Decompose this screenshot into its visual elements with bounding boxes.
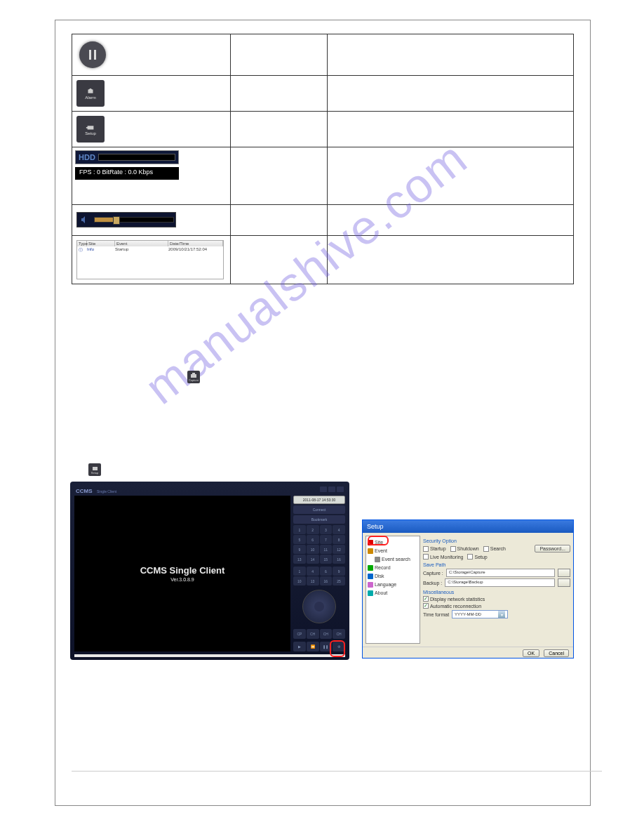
transport-row-1: CP CH CH CH [293, 629, 345, 639]
channel-btn[interactable]: 3 [320, 525, 333, 534]
disk-icon [368, 574, 373, 579]
tree-language[interactable]: Language [368, 581, 418, 589]
event-search-icon [375, 557, 380, 562]
channel-btn[interactable]: 2 [307, 525, 319, 534]
chk-search[interactable]: Search [483, 546, 506, 552]
forward-btn[interactable]: ⏩ [307, 642, 319, 651]
tree-disk[interactable]: Disk [368, 572, 418, 581]
layout-btn[interactable]: 25 [333, 576, 345, 585]
minimize-button[interactable] [320, 486, 327, 492]
tree-event[interactable]: Event [368, 547, 418, 555]
setup-dialog: Setup Site Event Event search Record Dis… [362, 519, 574, 658]
alarm-icon [86, 87, 95, 95]
channel-btn[interactable]: 4 [333, 525, 345, 534]
channel-btn[interactable]: 8 [333, 535, 345, 544]
channel-btn[interactable]: 16 [333, 555, 345, 564]
channel-btn[interactable]: 6 [307, 535, 319, 544]
video-area: CCMS Single Client Ver.3.0.8.9 [74, 496, 290, 651]
chk-shutdown[interactable]: Shutdown [450, 546, 479, 552]
pause-button[interactable] [79, 41, 106, 68]
chk-startup[interactable]: Startup [423, 546, 446, 552]
ptz-jog-wheel[interactable]: PT [302, 590, 336, 623]
channel-btn[interactable]: 11 [320, 545, 333, 554]
ptz-label: PT [317, 605, 321, 609]
setup-button[interactable]: Setup [76, 116, 105, 143]
transport-btn[interactable]: CH [333, 629, 345, 639]
transport-btn[interactable]: CH [320, 629, 333, 639]
channel-btn[interactable]: 10 [307, 545, 319, 554]
footer-separator [72, 771, 602, 772]
volume-thumb[interactable] [113, 216, 120, 225]
play-btn[interactable]: ▶ [293, 642, 306, 651]
capture-path-input[interactable]: C:\Storage\Capture [446, 569, 555, 577]
setup-content: Security Option Startup Shutdown Search … [423, 536, 570, 644]
setup-btn[interactable]: ⚙ [333, 642, 345, 651]
setup-inline-icon [91, 465, 98, 471]
volume-control[interactable] [76, 212, 176, 227]
log-cell-site: Info [87, 247, 115, 253]
time-format-combo[interactable]: YYYY-MM-DD ▾ [452, 610, 508, 618]
channel-btn[interactable]: 13 [293, 555, 306, 564]
log-row[interactable]: ⓘ Info Startup 2009/10/21/17:52:04 [77, 246, 223, 254]
ccms-logo-sub: Single Client [97, 489, 116, 494]
tree-site[interactable]: Site [368, 538, 418, 547]
chk-live[interactable]: Live Monitoring [423, 554, 463, 560]
tree-event-search[interactable]: Event search [368, 555, 418, 564]
channel-btn[interactable]: 7 [320, 535, 333, 544]
capture-button-inline[interactable]: Capture [187, 371, 200, 383]
setup-button-inline[interactable]: Setup [88, 463, 101, 476]
layout-btn[interactable]: 6 [320, 567, 333, 576]
feature-table: Alarm Setup HDD FPS : 0 BitRate : 0.0 Kb… [72, 34, 574, 284]
transport-btn[interactable]: CP [293, 629, 306, 639]
ccms-logo: CCMS [76, 488, 93, 494]
chk-auto-reconnect[interactable]: Automatic reconnection [423, 603, 570, 609]
cancel-button[interactable]: Cancel [544, 649, 569, 657]
maximize-button[interactable] [328, 486, 335, 492]
record-icon [368, 565, 373, 571]
chk-setup[interactable]: Setup [467, 554, 487, 560]
site-icon [368, 540, 373, 545]
channel-btn[interactable]: 12 [333, 545, 345, 554]
layout-btn[interactable]: 16 [320, 576, 333, 585]
ok-button[interactable]: OK [523, 649, 539, 657]
channel-btn[interactable]: 15 [320, 555, 333, 564]
channel-btn[interactable]: 1 [293, 525, 306, 534]
security-heading: Security Option [423, 538, 570, 543]
svg-rect-3 [192, 373, 195, 374]
connect-tab[interactable]: Connect [293, 505, 345, 514]
channel-btn[interactable]: 9 [293, 545, 306, 554]
chk-net-stats[interactable]: Display network statistics [423, 596, 570, 602]
hdd-indicator: HDD [75, 150, 179, 164]
layout-btn[interactable]: 1 [293, 567, 306, 576]
pause-icon [89, 50, 96, 60]
tree-record[interactable]: Record [368, 564, 418, 572]
ccms-titlebar: CCMS Single Client [73, 484, 347, 494]
layout-btn[interactable]: 13 [307, 576, 319, 585]
browse-capture[interactable] [558, 569, 570, 577]
transport-btn[interactable]: CH [307, 629, 319, 639]
password-button[interactable]: Password... [535, 545, 570, 552]
channel-btn[interactable]: 5 [293, 535, 306, 544]
layout-btn[interactable]: 4 [307, 567, 319, 576]
browse-backup[interactable] [558, 578, 570, 587]
hdd-label: HDD [79, 153, 95, 161]
pause-btn[interactable]: ❚❚ [320, 642, 333, 651]
speaker-icon[interactable] [79, 214, 91, 225]
backup-path-input[interactable]: C:\Storage\Backup [445, 578, 555, 587]
layout-btn[interactable]: 10 [293, 576, 306, 585]
setup-titlebar: Setup [363, 520, 573, 533]
volume-slider[interactable] [94, 217, 174, 223]
alarm-button[interactable]: Alarm [76, 80, 105, 107]
close-button[interactable] [337, 486, 344, 492]
layout-btn[interactable]: 9 [333, 567, 345, 576]
time-format-value: YYYY-MM-DD [455, 612, 481, 616]
tree-about[interactable]: About [368, 589, 418, 597]
svg-rect-4 [93, 467, 98, 470]
channel-btn[interactable]: 14 [307, 555, 319, 564]
hdd-capacity-bar [98, 154, 175, 161]
log-cell-event: Startup [115, 247, 168, 253]
savepath-heading: Save Path [423, 562, 570, 567]
backup-label: Backup : [423, 581, 442, 585]
time-format-label: Time format [423, 612, 449, 617]
bookmark-tab[interactable]: Bookmark [293, 515, 345, 524]
